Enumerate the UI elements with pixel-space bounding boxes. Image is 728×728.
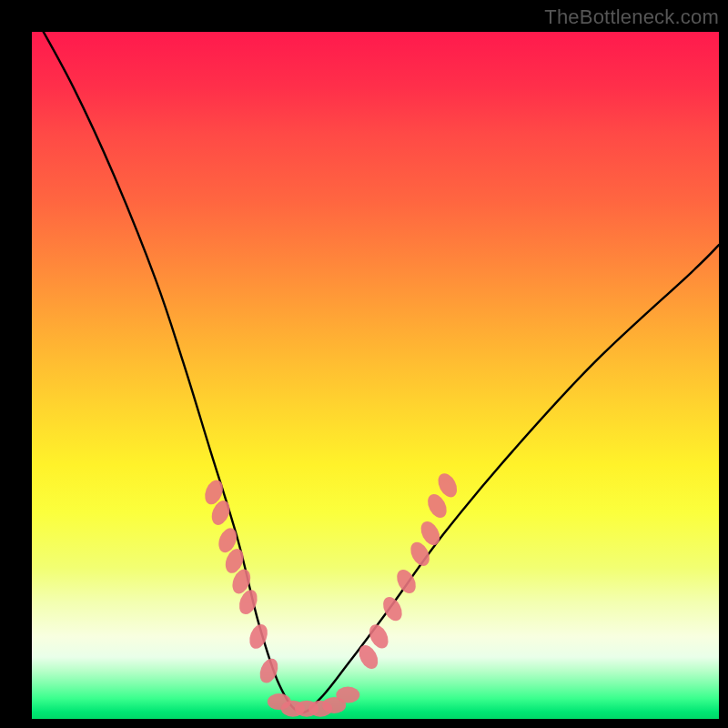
chart-frame: TheBottleneck.com <box>0 0 728 728</box>
plot-gradient-background <box>32 32 719 719</box>
attribution-label: TheBottleneck.com <box>544 5 719 29</box>
